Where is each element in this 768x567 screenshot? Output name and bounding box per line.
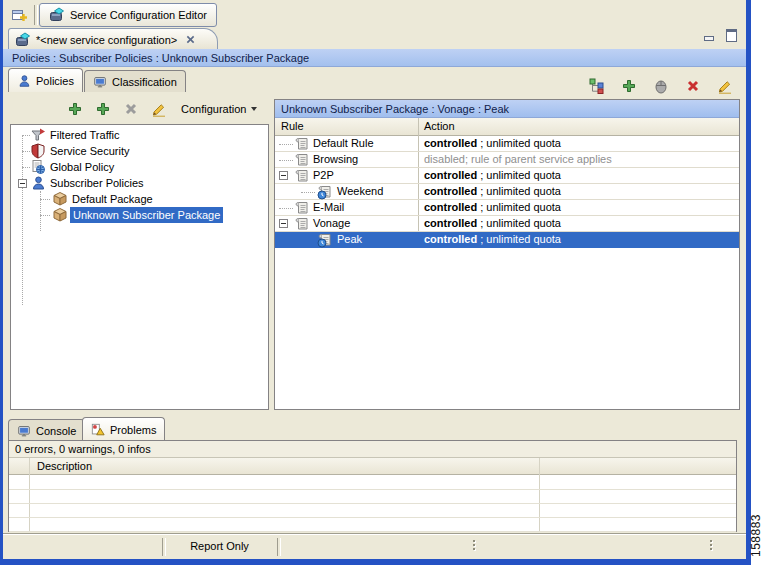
screenshot-root: Service Configuration Editor *<new servi… <box>0 0 768 567</box>
breadcrumb: Policies : Subscriber Policies : Unknown… <box>3 49 746 67</box>
tab-policies[interactable]: Policies <box>8 68 83 92</box>
tab-problems-label: Problems <box>110 424 156 436</box>
editor-window-controls <box>702 30 738 42</box>
rule-row-weekend[interactable]: Weekend controlled ; unlimited quota <box>275 184 739 200</box>
status-grip[interactable] <box>710 540 712 550</box>
service-config-editor-icon <box>49 7 65 23</box>
policies-tree: Filtered Traffic Service Security Global… <box>10 124 269 410</box>
configuration-dropdown[interactable]: Configuration <box>177 99 261 119</box>
hierarchy-view-button[interactable] <box>587 76 607 96</box>
status-bar: Report Only <box>3 534 746 559</box>
column-divider <box>539 458 540 531</box>
package-icon <box>52 191 68 207</box>
tree-item-filtered-traffic[interactable]: Filtered Traffic <box>11 127 268 143</box>
problems-summary: 0 errors, 0 warnings, 0 infos <box>9 441 736 458</box>
rule-row-browsing[interactable]: Browsing disabled; rule of parent servic… <box>275 152 739 168</box>
add-item-button[interactable] <box>93 99 113 119</box>
column-rule[interactable]: Rule <box>281 120 304 132</box>
column-divider <box>29 458 30 531</box>
rule-row-default-rule[interactable]: Default Rule controlled ; unlimited quot… <box>275 136 739 152</box>
move-button-disabled[interactable] <box>651 76 671 96</box>
status-mode: Report Only <box>162 540 277 552</box>
problems-icon <box>91 423 105 437</box>
rule-icon <box>294 200 310 216</box>
service-config-file-icon <box>15 32 31 48</box>
rule-row-peak-selected[interactable]: Peak controlled ; unlimited quota <box>275 232 739 248</box>
rule-icon <box>294 216 310 232</box>
row-line <box>9 531 736 532</box>
rule-icon <box>294 152 310 168</box>
rule-icon <box>294 136 310 152</box>
add-rule-button[interactable] <box>619 76 639 96</box>
edit-rule-pencil-button[interactable] <box>715 76 735 96</box>
package-icon <box>52 207 68 223</box>
collapse-minus-icon[interactable] <box>279 219 288 228</box>
tree-item-service-security[interactable]: Service Security <box>11 143 268 159</box>
figure-number: 158883 <box>749 457 763 557</box>
tree-item-global-policy[interactable]: Global Policy <box>11 159 268 175</box>
status-divider <box>277 538 281 556</box>
rule-icon <box>294 168 310 184</box>
problems-view: 0 errors, 0 warnings, 0 infos Descriptio… <box>8 440 737 532</box>
problems-summary-text: 0 errors, 0 warnings, 0 infos <box>15 443 151 455</box>
toolbar-separator <box>34 5 38 25</box>
tab-console[interactable]: Console <box>8 419 85 441</box>
maximize-icon[interactable] <box>725 30 738 42</box>
collapse-minus-icon[interactable] <box>279 171 288 180</box>
classification-monitor-icon <box>93 75 107 89</box>
tab-classification-label: Classification <box>112 76 177 88</box>
chevron-down-icon <box>251 107 257 111</box>
rules-toolbar <box>587 76 735 96</box>
tree-item-default-package[interactable]: Default Package <box>11 191 268 207</box>
person-icon <box>30 175 46 191</box>
perspective-button-service-configuration-editor[interactable]: Service Configuration Editor <box>39 3 217 27</box>
rule-row-p2p[interactable]: P2P controlled ; unlimited quota <box>275 168 739 184</box>
add-package-button[interactable] <box>65 99 85 119</box>
editor-tab-title: *<new service configuration> <box>36 34 177 46</box>
delete-rule-button[interactable] <box>683 76 703 96</box>
problems-table-header: Description <box>9 458 736 475</box>
delete-button-disabled[interactable] <box>121 99 141 119</box>
tab-problems[interactable]: Problems <box>82 417 165 442</box>
breadcrumb-text: Policies : Subscriber Policies : Unknown… <box>12 52 309 64</box>
rule-row-email[interactable]: E-Mail controlled ; unlimited quota <box>275 200 739 216</box>
column-action[interactable]: Action <box>424 120 455 132</box>
row-line <box>9 517 736 518</box>
rules-panel-header: Unknown Subscriber Package : Vonage : Pe… <box>275 100 739 118</box>
time-rule-icon <box>317 232 333 248</box>
tree-item-subscriber-policies[interactable]: Subscriber Policies <box>11 175 268 191</box>
minimize-icon[interactable] <box>702 30 715 42</box>
editor-tab-new-service-configuration[interactable]: *<new service configuration> <box>8 28 218 50</box>
perspective-label: Service Configuration Editor <box>70 9 207 21</box>
policies-toolbar: Configuration <box>65 99 261 119</box>
policies-person-icon <box>17 74 31 88</box>
close-icon[interactable] <box>186 35 195 44</box>
shield-icon <box>30 143 46 159</box>
configuration-label: Configuration <box>181 103 246 115</box>
globe-doc-icon <box>30 159 46 175</box>
status-grip[interactable] <box>473 540 475 550</box>
tree-item-unknown-subscriber-package[interactable]: Unknown Subscriber Package <box>11 207 268 223</box>
app-window: Service Configuration Editor *<new servi… <box>0 0 751 565</box>
row-line <box>9 489 736 490</box>
row-line <box>9 503 736 504</box>
tab-classification[interactable]: Classification <box>84 70 186 92</box>
time-rule-icon <box>317 184 333 200</box>
open-perspective-button[interactable] <box>8 4 30 26</box>
rules-panel: Unknown Subscriber Package : Vonage : Pe… <box>274 99 740 410</box>
column-description[interactable]: Description <box>37 460 92 472</box>
tab-policies-label: Policies <box>36 75 74 87</box>
console-monitor-icon <box>17 424 31 438</box>
filter-icon <box>30 127 46 143</box>
rule-row-vonage[interactable]: Vonage controlled ; unlimited quota <box>275 216 739 232</box>
rules-panel-header-text: Unknown Subscriber Package : Vonage : Pe… <box>281 103 509 115</box>
collapse-minus-icon[interactable] <box>18 179 27 188</box>
rules-table-header: Rule Action <box>275 118 739 136</box>
tab-console-label: Console <box>36 425 76 437</box>
edit-pencil-button[interactable] <box>149 99 169 119</box>
